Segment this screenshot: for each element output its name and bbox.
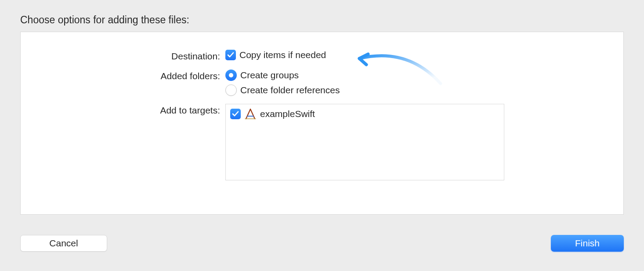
create-groups-option[interactable]: Create groups: [225, 70, 623, 81]
copy-items-text: Copy items if needed: [239, 50, 326, 60]
added-folders-label: Added folders:: [21, 70, 225, 81]
create-groups-radio[interactable]: [225, 70, 237, 81]
options-panel: Destination: Copy items if needed Added …: [20, 32, 624, 215]
target-name: exampleSwift: [260, 109, 315, 119]
add-files-dialog: Choose options for adding these files: D…: [0, 0, 644, 271]
copy-items-option[interactable]: Copy items if needed: [225, 50, 623, 60]
add-to-targets-label: Add to targets:: [21, 104, 225, 116]
create-groups-text: Create groups: [240, 70, 299, 81]
target-item[interactable]: exampleSwift: [230, 108, 499, 120]
dialog-title: Choose options for adding these files:: [0, 0, 644, 26]
finish-button[interactable]: Finish: [551, 235, 624, 252]
create-references-text: Create folder references: [240, 85, 340, 95]
target-checkbox[interactable]: [230, 109, 241, 119]
app-icon: [244, 108, 257, 120]
copy-items-checkbox[interactable]: [225, 50, 236, 60]
cancel-button[interactable]: Cancel: [20, 235, 107, 252]
create-references-option[interactable]: Create folder references: [225, 84, 623, 96]
checkmark-icon: [232, 111, 239, 117]
destination-row: Destination: Copy items if needed: [21, 50, 623, 62]
destination-label: Destination:: [21, 50, 225, 62]
add-to-targets-row: Add to targets:: [21, 104, 623, 180]
create-references-radio[interactable]: [225, 84, 237, 96]
targets-list[interactable]: exampleSwift: [225, 104, 504, 180]
added-folders-row: Added folders: Create groups Create fold…: [21, 70, 623, 96]
button-bar: Cancel Finish: [20, 235, 624, 252]
checkmark-icon: [227, 52, 234, 58]
